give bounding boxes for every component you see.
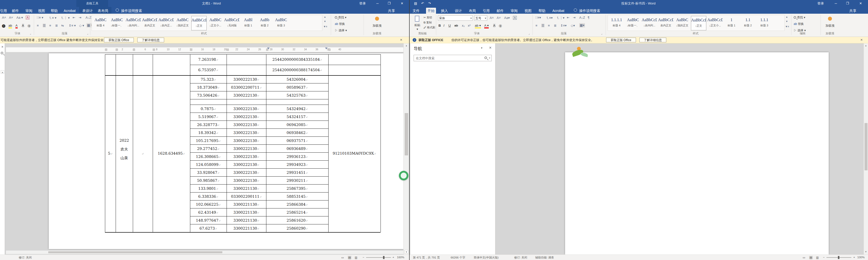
scroll-down-icon[interactable]: ▼: [864, 250, 868, 254]
gallery-more-icon[interactable]: ▼≡: [785, 25, 789, 28]
tab-Acrobat[interactable]: Acrobat: [64, 8, 75, 14]
learn-more-button[interactable]: 了解详细信息: [137, 38, 164, 42]
asian-layout-icon[interactable]: ≡: [37, 24, 39, 27]
minimize-icon[interactable]: ─: [372, 0, 383, 7]
style-↓正文[interactable]: AaBbCcD↓正文: [191, 16, 207, 30]
zoom-slider-thumb[interactable]: [838, 256, 839, 259]
font-name-combo[interactable]: 宋体▾: [438, 16, 473, 21]
align-right-icon[interactable]: ≡: [548, 24, 550, 27]
zoom-level[interactable]: 160%: [397, 256, 404, 259]
tab-插入[interactable]: 插入: [441, 8, 448, 14]
dismiss-license-icon[interactable]: ✕: [860, 38, 863, 41]
sort-icon[interactable]: A↓Z: [86, 16, 91, 20]
style-标题 4[interactable]: AaBbC标题 4: [93, 16, 108, 30]
zoom-slider[interactable]: [366, 257, 391, 258]
shrink-font-icon[interactable]: A˅: [497, 16, 501, 20]
close-pane-icon[interactable]: ✕: [1, 45, 3, 49]
document-page[interactable]: [565, 52, 829, 255]
style-↓正文小...[interactable]: AaBbCcD↓正文小...: [707, 16, 723, 30]
style-标题 2[interactable]: AaBb标题 2: [257, 16, 272, 30]
gallery-down-icon[interactable]: ▼: [324, 20, 326, 23]
align-center-icon[interactable]: ☰: [541, 24, 545, 27]
tab-审阅[interactable]: 审阅: [25, 8, 32, 14]
dismiss-license-icon[interactable]: ✕: [400, 38, 402, 41]
tab-表布局[interactable]: 表布局: [98, 8, 108, 14]
font-color-icon[interactable]: A: [16, 24, 18, 28]
justify-icon[interactable]: ≣: [554, 24, 557, 27]
style-↓正文[interactable]: AaBbCcD↓正文: [691, 16, 706, 30]
style-标题 2[interactable]: 1.1标题 2: [740, 16, 755, 30]
align-left-icon[interactable]: ≡: [535, 24, 537, 27]
tell-me-search[interactable]: 操作说明搜索: [121, 8, 142, 14]
copy-button[interactable]: ⧉ 复制: [424, 21, 432, 24]
ruler-column-marker[interactable]: [226, 49, 229, 51]
paragraph-dialog-launcher[interactable]: ⌟: [87, 32, 88, 35]
language-status[interactable]: 简体中文(中国大陆): [474, 256, 499, 260]
paste-button[interactable]: 粘贴▾: [412, 15, 423, 31]
font-size-combo[interactable]: 五号▾: [474, 16, 487, 21]
word-count[interactable]: 66266 个字: [451, 256, 465, 260]
tab-引用[interactable]: 引用: [483, 8, 490, 14]
bullets-icon[interactable]: ∷≡▾: [535, 16, 541, 20]
highlight-icon[interactable]: ab: [8, 24, 12, 28]
shading-icon[interactable]: ◇ ▾: [79, 24, 84, 27]
minimize-icon[interactable]: ─: [830, 0, 842, 7]
tab-帮助[interactable]: 帮助: [538, 8, 546, 14]
sort-icon[interactable]: A↓Z: [579, 16, 585, 20]
share-button[interactable]: 共享: [849, 8, 856, 14]
tab-审阅[interactable]: 审阅: [510, 8, 518, 14]
scroll-up-icon[interactable]: ▲: [404, 44, 408, 47]
replace-button[interactable]: ab 替换: [794, 22, 804, 26]
read-mode-icon[interactable]: ▭: [341, 256, 344, 259]
redo-icon[interactable]: ↷: [427, 0, 432, 7]
close-icon[interactable]: ✕: [395, 0, 409, 7]
close-icon[interactable]: ✕: [853, 0, 868, 7]
page-indicator[interactable]: 第 471 页，共 791 页: [413, 256, 440, 260]
tab-设计[interactable]: 设计: [455, 8, 462, 14]
enclose-char-icon[interactable]: ㊝: [27, 24, 31, 28]
tab-开始[interactable]: 开始: [426, 8, 436, 14]
ruler-column-marker[interactable]: [190, 49, 192, 51]
style-标题 1[interactable]: 1标题 1: [724, 16, 739, 30]
line-spacing-icon[interactable]: ⇕≡▾: [560, 24, 566, 27]
decrease-indent-icon[interactable]: ⇤: [567, 16, 569, 20]
tab-邮件[interactable]: 邮件: [12, 8, 19, 14]
read-mode-icon[interactable]: ▭: [803, 256, 805, 259]
tab-邮件[interactable]: 邮件: [497, 8, 504, 14]
scroll-up-icon[interactable]: ▲: [864, 44, 868, 47]
font-color-icon[interactable]: A ▾: [484, 24, 489, 28]
cut-button[interactable]: ✂ 剪切: [424, 16, 432, 20]
ruler-column-marker[interactable]: [133, 49, 135, 51]
numbering-icon[interactable]: ⒈≡▾: [546, 16, 553, 20]
tab-引用[interactable]: 引用: [0, 8, 7, 14]
get-genuine-button[interactable]: 获取正版 Office: [606, 38, 636, 42]
gallery-down-icon[interactable]: ▼: [786, 20, 788, 23]
shading-icon[interactable]: ◇▾: [571, 24, 575, 27]
tab-文件[interactable]: 文件: [413, 8, 420, 14]
justify-icon[interactable]: ≣: [55, 24, 58, 27]
line-spacing-icon[interactable]: ⇕≡ ▾: [69, 24, 76, 27]
style-标题 3[interactable]: AaBbC标题 3: [273, 16, 289, 30]
style-标题 4[interactable]: 1.1.1.1标题 4: [609, 16, 624, 30]
print-layout-icon[interactable]: ▤: [348, 256, 351, 259]
ruler-column-marker[interactable]: [116, 49, 118, 51]
addin-dot-icon[interactable]: [375, 17, 379, 21]
style-↓标题一、[interactable]: AaBbC↓标题一、: [109, 16, 125, 30]
enclose-char-icon[interactable]: ㊝: [499, 24, 502, 28]
style-↓标题一、[interactable]: AaBbC↓标题一、: [625, 16, 641, 30]
numbering-icon[interactable]: ⒈≡ ▾: [49, 16, 57, 20]
sign-in-button[interactable]: 登录: [355, 0, 369, 7]
gallery-more-icon[interactable]: ▼≡: [323, 25, 327, 28]
zoom-out-icon[interactable]: −: [363, 256, 364, 259]
search-dropdown-icon[interactable]: ▾: [489, 57, 490, 59]
font-dialog-launcher[interactable]: ⌟: [528, 32, 530, 35]
style-↓表内列...[interactable]: AaBbCcD↓表内列...: [126, 16, 141, 30]
style-表内正文[interactable]: AaBbCcDdE表内正文: [142, 16, 157, 30]
shrink-font-icon[interactable]: A˅: [9, 16, 13, 20]
increase-indent-icon[interactable]: ⇥: [79, 16, 81, 20]
zoom-level[interactable]: 100%: [857, 256, 865, 259]
undo-icon[interactable]: ↶: [420, 0, 425, 7]
learn-more-button[interactable]: 了解详细信息: [640, 38, 666, 42]
ruler-column-marker[interactable]: [328, 49, 331, 51]
nav-close-icon[interactable]: ✕: [489, 46, 492, 50]
